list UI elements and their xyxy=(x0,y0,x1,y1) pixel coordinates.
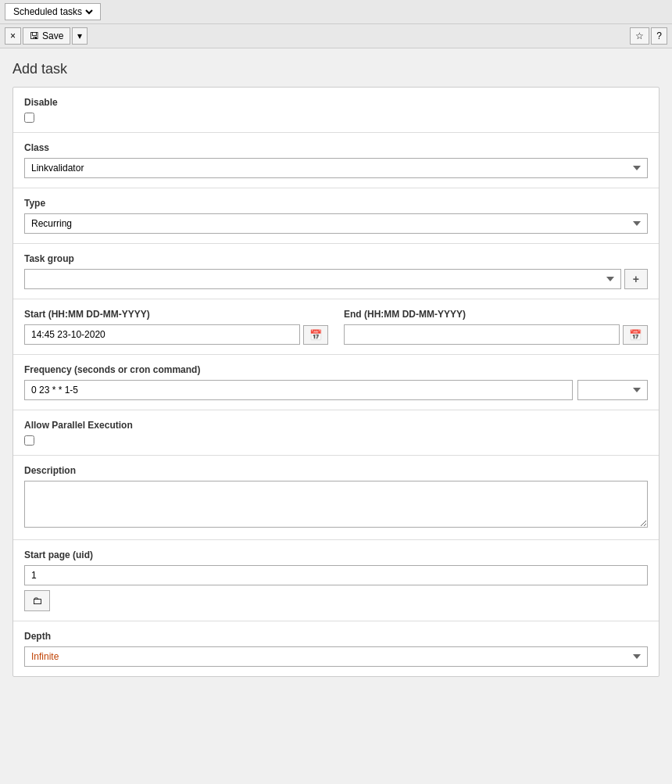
parallel-checkbox[interactable] xyxy=(24,435,34,446)
task-group-section: Task group + xyxy=(13,244,659,299)
disable-checkbox-wrapper xyxy=(24,113,648,123)
start-page-label: Start page (uid) xyxy=(24,550,648,560)
disable-label: Disable xyxy=(24,97,648,108)
form-card: Disable Class Linkvalidator Type Recurri… xyxy=(13,87,659,677)
save-icon: 🖫 xyxy=(30,30,39,41)
start-page-input[interactable] xyxy=(24,565,648,585)
start-calendar-button[interactable]: 📅 xyxy=(303,325,328,345)
task-group-row: + xyxy=(24,269,648,289)
frequency-select[interactable] xyxy=(577,380,648,400)
type-section: Type Recurring xyxy=(13,188,659,244)
task-group-label: Task group xyxy=(24,253,648,264)
frequency-row xyxy=(24,380,648,400)
start-page-row: 🗀 xyxy=(24,590,648,611)
star-button[interactable]: ☆ xyxy=(630,27,649,45)
description-textarea[interactable] xyxy=(24,481,648,528)
end-field: End (HH:MM DD-MM-YYYY) 📅 xyxy=(344,309,648,345)
top-bar: Scheduled tasks xyxy=(0,0,672,24)
class-label: Class xyxy=(24,142,648,153)
depth-section: Depth Infinite xyxy=(13,621,659,676)
description-section: Description xyxy=(13,456,659,540)
frequency-label: Frequency (seconds or cron command) xyxy=(24,364,648,375)
end-input[interactable] xyxy=(344,324,620,345)
task-group-select[interactable] xyxy=(24,269,621,289)
parallel-section: Allow Parallel Execution xyxy=(13,410,659,456)
end-calendar-button[interactable]: 📅 xyxy=(623,325,648,345)
frequency-input[interactable] xyxy=(24,380,573,400)
depth-label: Depth xyxy=(24,631,648,642)
help-button[interactable]: ? xyxy=(651,27,667,45)
disable-section: Disable xyxy=(13,88,659,133)
save-dropdown-button[interactable]: ▾ xyxy=(72,27,88,45)
dates-section: Start (HH:MM DD-MM-YYYY) 📅 End (HH:MM DD… xyxy=(13,299,659,355)
browse-button[interactable]: 🗀 xyxy=(24,590,50,611)
start-field: Start (HH:MM DD-MM-YYYY) 📅 xyxy=(24,309,328,345)
end-input-row: 📅 xyxy=(344,324,648,345)
class-select[interactable]: Linkvalidator xyxy=(24,158,648,178)
page-title: Add task xyxy=(13,61,659,77)
start-input-row: 📅 xyxy=(24,324,328,345)
start-label: Start (HH:MM DD-MM-YYYY) xyxy=(24,309,328,320)
start-input[interactable] xyxy=(24,324,300,345)
save-button[interactable]: 🖫 Save xyxy=(23,27,70,45)
toolbar-left: × 🖫 Save ▾ xyxy=(5,27,88,45)
frequency-section: Frequency (seconds or cron command) xyxy=(13,355,659,410)
module-dropdown[interactable]: Scheduled tasks xyxy=(5,3,101,20)
toolbar-right: ☆ ? xyxy=(630,27,667,45)
end-label: End (HH:MM DD-MM-YYYY) xyxy=(344,309,648,320)
class-section: Class Linkvalidator xyxy=(13,133,659,188)
start-page-section: Start page (uid) 🗀 xyxy=(13,540,659,621)
parallel-label: Allow Parallel Execution xyxy=(24,420,648,431)
close-button[interactable]: × xyxy=(5,27,21,45)
depth-select[interactable]: Infinite xyxy=(24,646,648,667)
dates-row: Start (HH:MM DD-MM-YYYY) 📅 End (HH:MM DD… xyxy=(24,309,648,345)
type-select[interactable]: Recurring xyxy=(24,213,648,234)
main-content: Add task Disable Class Linkvalidator Typ… xyxy=(0,48,672,689)
description-label: Description xyxy=(24,465,648,476)
disable-checkbox[interactable] xyxy=(24,113,34,123)
type-label: Type xyxy=(24,198,648,209)
toolbar: × 🖫 Save ▾ ☆ ? xyxy=(0,24,672,48)
module-select[interactable]: Scheduled tasks xyxy=(10,5,95,18)
parallel-checkbox-wrapper xyxy=(24,435,648,446)
add-task-group-button[interactable]: + xyxy=(624,269,648,289)
